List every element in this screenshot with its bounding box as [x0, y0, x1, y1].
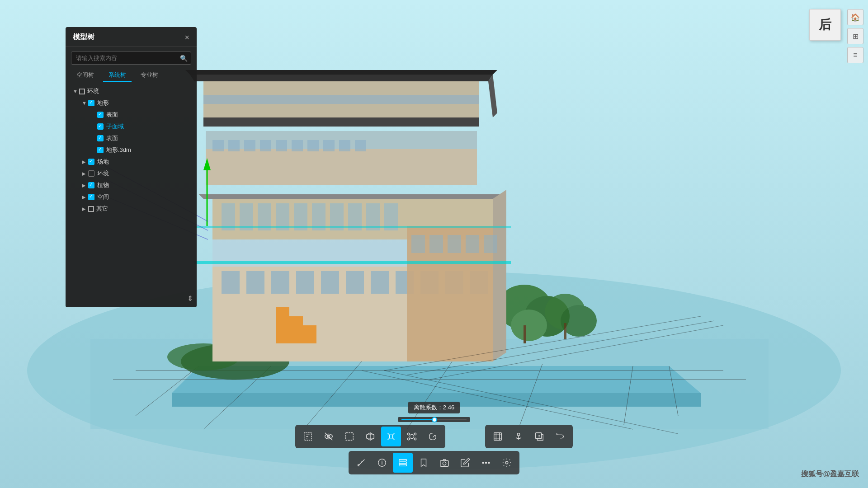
svg-point-103 — [407, 433, 410, 435]
svg-rect-32 — [321, 271, 339, 294]
tree-item-terrain3dm[interactable]: 地形.3dm — [66, 144, 197, 156]
svg-rect-28 — [222, 271, 240, 294]
grid-button[interactable]: ⊞ — [847, 28, 863, 44]
tool-explode[interactable] — [381, 427, 401, 446]
tool-lasso[interactable] — [423, 427, 443, 446]
other-icon — [88, 206, 94, 212]
checkbox-terrain3dm[interactable] — [97, 147, 104, 153]
checkbox-environ[interactable] — [88, 170, 94, 177]
svg-rect-55 — [194, 261, 511, 264]
dispersion-slider-thumb[interactable] — [432, 417, 437, 422]
tree-item-other[interactable]: 其它 — [66, 203, 197, 215]
tool-export[interactable] — [529, 427, 549, 446]
tree-item-surface1[interactable]: 表面 — [66, 109, 197, 121]
layers-button[interactable]: ≡ — [847, 47, 863, 63]
tool-anchor[interactable] — [509, 427, 528, 446]
tree-item-space-node[interactable]: 空间 — [66, 191, 197, 203]
tool-crop[interactable] — [488, 427, 508, 446]
tool-info[interactable] — [372, 453, 392, 473]
svg-point-112 — [517, 433, 520, 436]
svg-rect-29 — [246, 271, 264, 294]
search-icon[interactable]: 🔍 — [180, 55, 188, 62]
nav-cube-label: 后 — [819, 16, 831, 33]
svg-rect-54 — [484, 235, 497, 253]
tool-edit[interactable] — [455, 453, 475, 473]
nav-cube[interactable]: 后 — [809, 9, 841, 41]
svg-rect-65 — [212, 140, 224, 151]
dispersion-tooltip: 离散系数：2.46 — [408, 402, 460, 413]
svg-rect-19 — [524, 325, 526, 343]
svg-rect-52 — [448, 235, 461, 253]
svg-point-129 — [443, 462, 446, 465]
environ-label: 环境 — [97, 169, 109, 178]
tree-item-plants[interactable]: 植物 — [66, 179, 197, 191]
tool-bookmark[interactable] — [414, 453, 434, 473]
svg-rect-86 — [289, 316, 303, 343]
svg-marker-26 — [199, 194, 506, 199]
checkbox-surface2[interactable] — [97, 135, 104, 141]
tool-settings[interactable] — [497, 453, 517, 473]
search-input[interactable] — [71, 52, 191, 65]
tool-measure[interactable] — [351, 453, 371, 473]
scroll-handle[interactable]: ⇕ — [187, 294, 193, 303]
dispersion-slider-track — [401, 419, 467, 420]
svg-rect-30 — [271, 271, 289, 294]
tool-more[interactable] — [476, 453, 496, 473]
svg-rect-66 — [228, 140, 240, 151]
svg-rect-87 — [303, 325, 316, 343]
surface2-label: 表面 — [106, 134, 118, 142]
dispersion-slider-row — [398, 417, 470, 422]
checkbox-subregion[interactable] — [97, 123, 104, 130]
toolbar-group-bottom — [349, 451, 519, 474]
arrow-plants — [82, 183, 87, 188]
svg-point-133 — [505, 461, 508, 464]
svg-rect-74 — [355, 140, 366, 151]
close-button[interactable]: × — [184, 33, 189, 42]
panel-title: 模型树 — [73, 33, 94, 42]
tree-item-terrain[interactable]: 地形 — [66, 97, 197, 109]
tool-solid[interactable] — [360, 427, 380, 446]
svg-rect-127 — [399, 465, 407, 466]
svg-point-105 — [407, 438, 410, 440]
arrow-env — [73, 89, 78, 94]
svg-rect-85 — [276, 307, 289, 343]
tab-professional[interactable]: 专业树 — [135, 69, 164, 82]
svg-line-98 — [388, 433, 390, 435]
tab-system[interactable]: 系统树 — [103, 69, 132, 82]
plants-label: 植物 — [97, 181, 109, 189]
svg-rect-56 — [194, 226, 511, 228]
svg-rect-67 — [244, 140, 255, 151]
svg-rect-97 — [389, 435, 392, 438]
tool-undo[interactable] — [550, 427, 570, 446]
checkbox-space-node[interactable] — [88, 194, 94, 200]
toolbar-group-left — [295, 425, 445, 448]
svg-line-101 — [393, 438, 395, 440]
svg-rect-58 — [203, 95, 479, 104]
tool-box-select[interactable] — [340, 427, 359, 446]
tool-select[interactable] — [298, 427, 318, 446]
search-box: 🔍 — [71, 52, 191, 65]
tool-visibility[interactable] — [319, 427, 339, 446]
tree-item-surface2[interactable]: 表面 — [66, 132, 197, 144]
env-label: 环境 — [87, 87, 99, 95]
tool-component-list[interactable] — [393, 453, 413, 473]
env-icon — [79, 89, 85, 94]
tool-camera[interactable] — [434, 453, 454, 473]
tree-item-site[interactable]: 场地 — [66, 156, 197, 168]
svg-rect-125 — [399, 460, 407, 461]
tree-item-env[interactable]: 环境 — [66, 85, 197, 97]
checkbox-site[interactable] — [88, 159, 94, 165]
site-label: 场地 — [97, 158, 109, 166]
tree-item-environ[interactable]: 环境 — [66, 168, 197, 179]
toolbar-row-2 — [349, 451, 519, 474]
checkbox-terrain[interactable] — [88, 100, 94, 106]
home-button[interactable]: 🏠 — [847, 9, 863, 25]
tool-component[interactable] — [402, 427, 422, 446]
tab-space[interactable]: 空间树 — [71, 69, 99, 82]
tree-item-subregion[interactable]: 子面域 — [66, 121, 197, 132]
viewport[interactable]: 模型树 × 🔍 空间树 系统树 专业树 环境 地形 — [0, 0, 868, 488]
arrow-space-node — [82, 194, 87, 200]
checkbox-plants[interactable] — [88, 182, 94, 188]
checkbox-surface1[interactable] — [97, 112, 104, 118]
svg-point-130 — [482, 462, 484, 464]
